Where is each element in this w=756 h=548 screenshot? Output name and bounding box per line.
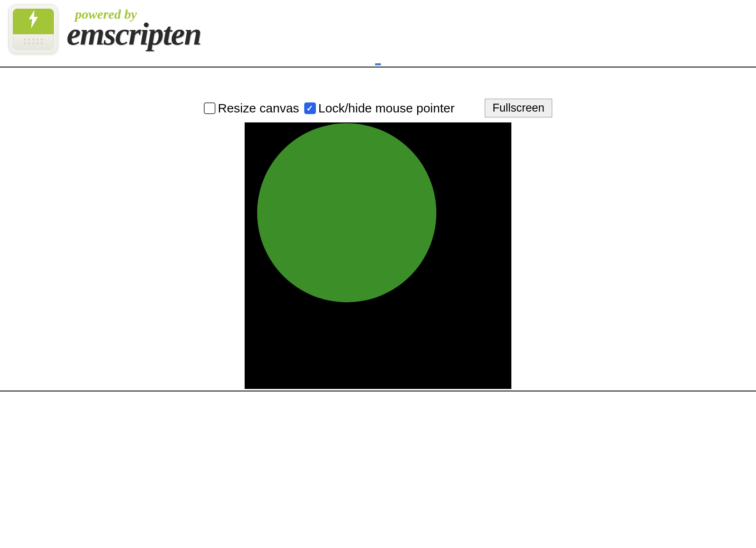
lock-pointer-checkbox[interactable] (304, 102, 316, 114)
status-area (0, 58, 756, 67)
lock-pointer-control[interactable]: Lock/hide mouse pointer (304, 101, 455, 115)
emscripten-wordmark: emscripten (67, 16, 201, 52)
rendered-circle (257, 123, 436, 302)
emscripten-canvas[interactable] (245, 122, 511, 389)
lock-pointer-label: Lock/hide mouse pointer (318, 101, 455, 115)
fullscreen-button[interactable]: Fullscreen (485, 99, 553, 117)
controls-row: Resize canvas Lock/hide mouse pointer Fu… (0, 67, 756, 122)
emscripten-logo-icon (8, 4, 58, 54)
bottom-divider (0, 391, 756, 391)
resize-canvas-control[interactable]: Resize canvas (204, 101, 299, 115)
header: powered by emscripten (0, 0, 756, 58)
resize-canvas-checkbox[interactable] (204, 102, 215, 114)
lightning-bolt-icon (26, 10, 40, 32)
loading-spinner-icon (375, 63, 381, 65)
resize-canvas-label: Resize canvas (218, 101, 299, 115)
logo-text: powered by emscripten (67, 7, 201, 52)
canvas-wrapper (0, 122, 756, 391)
